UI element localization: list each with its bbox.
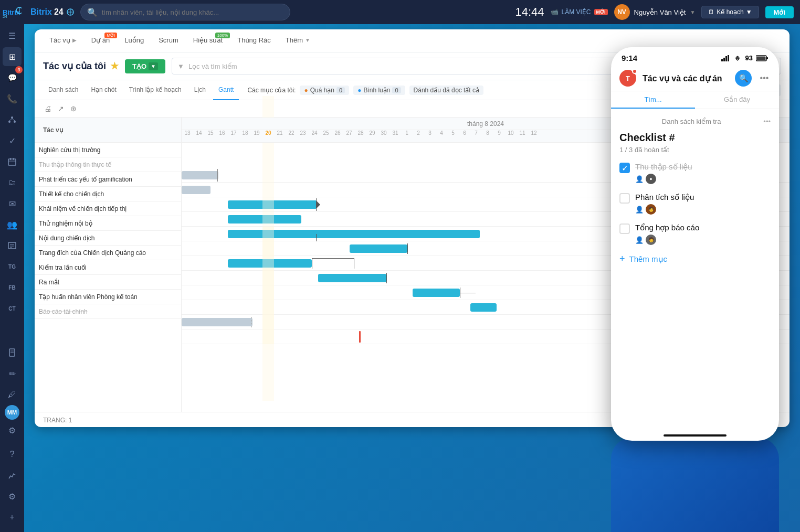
gantt-bar — [350, 244, 407, 253]
news-icon[interactable] — [3, 236, 22, 255]
plus-icon[interactable]: + — [3, 508, 22, 527]
task-row[interactable]: Thiết kế cho chiến dịch — [35, 187, 181, 201]
document-icon[interactable] — [3, 343, 22, 362]
checklist-text-3: Tổng hợp báo cáo — [635, 223, 699, 232]
svg-point-27 — [737, 58, 738, 59]
status-icon: 📹 — [551, 8, 559, 16]
tab-tasks[interactable]: Tác vụ ▶ — [43, 29, 83, 52]
subtab-list[interactable]: Danh sách — [43, 80, 83, 100]
mail-icon[interactable]: ✉ — [3, 194, 22, 213]
subtab-deadline[interactable]: Hạn chót — [86, 80, 121, 100]
task-row[interactable]: Báo cáo tài chính — [35, 304, 181, 319]
checklist-item: Phân tích số liệu 👤 🧑 — [619, 193, 771, 215]
tab-performance[interactable]: Hiệu suất 100% — [187, 29, 229, 52]
zoom-icon[interactable]: ⊕ — [69, 103, 78, 114]
print-icon[interactable]: 🖨 — [43, 103, 52, 114]
edit-icon[interactable]: ✏ — [3, 364, 22, 383]
tab-projects[interactable]: Dự án МỚІ — [85, 29, 116, 52]
user-name: Nguyễn Văn Việt — [634, 8, 686, 16]
mobile-tab-recent[interactable]: Gần đây — [695, 91, 779, 109]
mobile-more-button[interactable]: ••• — [758, 72, 771, 84]
svg-point-6 — [14, 121, 16, 123]
header: Bitrix24 🔍 14:44 📹 LÀM VIỆC MỚI NV Nguyễ… — [24, 0, 800, 24]
user-avatar: NV — [614, 4, 630, 20]
global-search[interactable]: 🔍 — [80, 4, 290, 20]
comment-count: 0 — [392, 87, 401, 93]
main-area: Bitrix24 🔍 14:44 📹 LÀM VIỆC MỚI NV Nguyễ… — [24, 0, 800, 532]
menu-icon[interactable]: ☰ — [3, 26, 22, 45]
calendar-icon[interactable] — [3, 152, 22, 171]
new-button[interactable]: Mới — [765, 6, 794, 18]
gantt-bar — [182, 186, 210, 194]
gantt-task-list: Tác vụ Nghiên cứu thị trường Thu thập th… — [35, 118, 182, 412]
task-row[interactable]: Trang đích của Chiến dịch Quảng cáo — [35, 246, 181, 260]
task-row[interactable]: Ra mắt — [35, 275, 181, 290]
header-logo: Bitrix24 — [30, 7, 74, 17]
fb-label[interactable]: FB — [3, 278, 22, 297]
tab-trash[interactable]: Thùng Rác — [231, 29, 277, 52]
assignee-avatar: ● — [646, 174, 656, 184]
user-info[interactable]: NV Nguyễn Văn Việt ▼ — [614, 4, 696, 20]
task-row[interactable]: Nội dung chiến dịch — [35, 231, 181, 246]
analytics-icon[interactable] — [3, 466, 22, 485]
gantt-bar — [228, 200, 317, 209]
filter-comments[interactable]: ● Bình luận 0 — [353, 86, 405, 95]
add-item-button[interactable]: + Thêm mục — [619, 253, 771, 264]
gear-icon[interactable]: ⚙ — [3, 487, 22, 506]
chat-icon[interactable]: 💬 3 — [3, 68, 22, 87]
more-chevron: ▼ — [305, 37, 310, 43]
task-row[interactable]: Thử nghiệm nội bộ — [35, 216, 181, 231]
task-row[interactable]: Nghiên cứu thị trường — [35, 143, 181, 157]
checkbox-3[interactable] — [619, 224, 630, 234]
avatar-mm[interactable]: MM — [5, 405, 19, 420]
task-row[interactable]: Thu thập thông tin thực tế — [35, 157, 181, 172]
app-logo[interactable]: Bitrix 24 — [3, 4, 22, 19]
people-icon[interactable]: 👥 — [3, 215, 22, 234]
tab-flow[interactable]: Luồng — [118, 29, 150, 52]
plan-button[interactable]: 🗓 Kế hoạch ▼ — [701, 6, 759, 18]
checkbox-2[interactable] — [619, 193, 630, 204]
mobile-search-button[interactable]: 🔍 — [735, 70, 752, 87]
checklist-item: ✓ Thu thập số liệu 👤 ● — [619, 162, 771, 184]
mobile-app-header: T Tác vụ và các dự án 🔍 ••• — [611, 66, 779, 91]
checklist-text-1: Thu thập số liệu — [635, 162, 692, 172]
tasks-icon[interactable]: ✓ — [3, 131, 22, 150]
filter-icon: ▼ — [177, 62, 184, 70]
settings-icon[interactable]: ⚙ — [3, 421, 22, 440]
folder-icon[interactable]: 🗂 — [3, 173, 22, 192]
checkbox-1[interactable]: ✓ — [619, 163, 630, 173]
ct-label[interactable]: CT — [3, 299, 22, 318]
tab-more[interactable]: Thêm ▼ — [279, 29, 317, 52]
svg-line-7 — [9, 119, 12, 121]
help-icon[interactable]: ? — [3, 445, 22, 464]
pen-icon[interactable]: 🖊 — [3, 385, 22, 404]
task-row[interactable]: Tập huấn nhân viên Phòng kế toán — [35, 290, 181, 304]
filter-mark-read[interactable]: Đánh dấu đã đọc tất cả — [409, 86, 483, 95]
gantt-bar — [413, 289, 460, 297]
favorite-icon[interactable]: ★ — [110, 60, 119, 72]
task-row[interactable]: Kiểm tra lần cuối — [35, 260, 181, 275]
more-dots-icon[interactable]: ••• — [763, 118, 771, 125]
gantt-bar — [228, 259, 312, 268]
svg-rect-25 — [725, 56, 727, 61]
tab-scrum[interactable]: Scrum — [152, 29, 185, 52]
search-input[interactable] — [102, 8, 283, 16]
mobile-checklist-content: Danh sách kiểm tra ••• Checklist # 1 / 3… — [611, 109, 779, 273]
task-row[interactable]: Khái niệm về chiến dịch tiếp thị — [35, 201, 181, 216]
crm-icon[interactable] — [3, 110, 22, 129]
tg-label[interactable]: TG — [3, 257, 22, 276]
mobile-tab-find[interactable]: Tìm... — [611, 91, 695, 109]
create-button[interactable]: TẠO ▼ — [125, 59, 165, 73]
filter-overdue[interactable]: ● Quá hạn 0 — [300, 86, 349, 95]
task-col-header: Tác vụ — [35, 118, 181, 143]
task-row[interactable]: Phát triển các yếu tố gamification — [35, 172, 181, 187]
subtab-gantt[interactable]: Gantt — [213, 80, 239, 100]
subtab-calendar[interactable]: Lịch — [189, 80, 211, 100]
person-icon: 👤 — [635, 175, 644, 183]
home-icon[interactable]: ⊞ — [3, 47, 22, 66]
status-label: LÀM VIỆC — [562, 8, 591, 16]
share-icon[interactable]: ↗ — [57, 103, 65, 114]
phone-icon[interactable]: 📞 — [3, 89, 22, 108]
subtab-planner[interactable]: Trình lập kế hoạch — [124, 80, 187, 100]
checklist-subtitle: 1 / 3 đã hoàn tất — [619, 146, 771, 154]
